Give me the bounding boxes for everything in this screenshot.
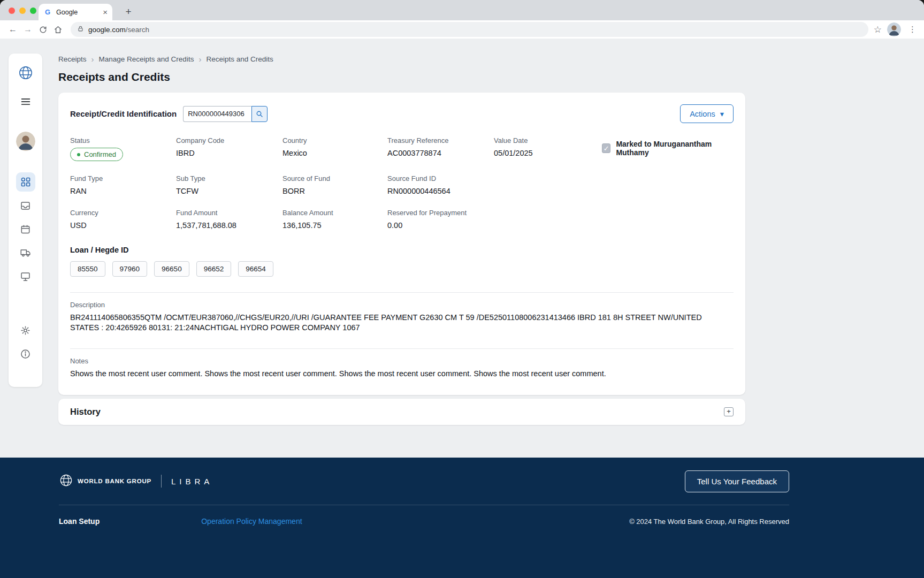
- field-value: RAN: [70, 187, 176, 195]
- browser-profile-avatar[interactable]: [887, 22, 901, 36]
- reload-icon[interactable]: [35, 25, 50, 34]
- inbox-icon[interactable]: [16, 196, 35, 215]
- field-label: Fund Amount: [176, 209, 282, 217]
- field-label: Source of Fund: [282, 174, 387, 182]
- info-icon[interactable]: [16, 344, 35, 363]
- field-row-1: Status Confirmed Company Code IBRD Count…: [70, 136, 734, 161]
- maximize-window-button[interactable]: [30, 7, 36, 14]
- plus-icon: +: [727, 407, 731, 415]
- breadcrumb-item-manage[interactable]: Manage Receipts and Credits: [99, 55, 194, 63]
- section-divider: [70, 348, 734, 349]
- field-fund-amount: Fund Amount 1,537,781,688.08: [176, 209, 282, 230]
- field-label: Country: [282, 136, 387, 144]
- field-reserved-for-prepayment: Reserved for Prepayment 0.00: [387, 209, 494, 230]
- marked-checkbox[interactable]: ✓: [602, 143, 610, 153]
- card-toolbar: Receipt/Credit Identification Actions ▾: [70, 104, 734, 123]
- field-label: Treasury Reference: [387, 136, 494, 144]
- field-balance-amount: Balance Amount 136,105.75: [282, 209, 387, 230]
- field-country: Country Mexico: [282, 136, 387, 161]
- minimize-window-button[interactable]: [19, 7, 26, 14]
- field-value: USD: [70, 221, 176, 230]
- field-source-fund-id: Source Fund ID RN000000446564: [387, 174, 494, 195]
- address-bar[interactable]: google.com/search: [71, 22, 868, 37]
- caret-down-icon: ▾: [720, 110, 724, 118]
- user-avatar[interactable]: [16, 132, 35, 151]
- browser-tab[interactable]: G Google ×: [39, 4, 112, 20]
- bookmark-star-icon[interactable]: ☆: [874, 24, 882, 35]
- board-icon[interactable]: [16, 267, 35, 286]
- history-title: History: [70, 407, 101, 417]
- breadcrumb-item-receipts[interactable]: Receipts: [58, 55, 87, 63]
- section-divider: [70, 292, 734, 293]
- check-icon: ✓: [604, 144, 609, 153]
- field-sub-type: Sub Type TCFW: [176, 174, 282, 195]
- field-value: 0.00: [387, 221, 494, 230]
- field-value: AC0003778874: [387, 149, 494, 157]
- settings-icon[interactable]: [16, 321, 35, 340]
- field-label: Source Fund ID: [387, 174, 494, 182]
- brand-divider: [161, 475, 162, 488]
- receipt-details-card: Receipt/Credit Identification Actions ▾: [58, 93, 745, 395]
- field-currency: Currency USD: [70, 209, 176, 230]
- search-button[interactable]: [251, 106, 268, 122]
- apps-icon[interactable]: [16, 172, 35, 192]
- traffic-lights: [9, 7, 36, 14]
- loan-chip[interactable]: 96650: [154, 261, 189, 277]
- google-favicon-icon: G: [43, 8, 52, 17]
- tab-title: Google: [56, 9, 98, 16]
- marked-checkbox-label: Marked to Muruganantham Muthamy: [616, 140, 734, 157]
- tab-strip: G Google × +: [0, 0, 924, 20]
- history-card: History +: [58, 399, 745, 425]
- footer-column-loan-setup: Loan Setup: [59, 517, 100, 526]
- field-status: Status Confirmed: [70, 136, 176, 161]
- field-label: Value Date: [494, 136, 602, 144]
- field-value: BORR: [282, 187, 387, 195]
- field-value: 05/01/2025: [494, 149, 602, 157]
- browser-chrome: G Google × + ← → google.com/search ☆: [0, 0, 924, 39]
- chevron-separator-icon: ›: [198, 55, 201, 64]
- field-row-2: Fund Type RAN Sub Type TCFW Source of Fu…: [70, 174, 734, 195]
- copyright-text: © 2024 The World Bank Group, All Rights …: [629, 518, 789, 526]
- home-icon[interactable]: [50, 25, 65, 34]
- loan-hedge-id-label: Loan / Hegde ID: [70, 246, 734, 254]
- loan-chip[interactable]: 85550: [70, 261, 105, 277]
- forward-icon[interactable]: →: [20, 25, 35, 34]
- history-expand-button[interactable]: +: [724, 407, 734, 416]
- product-name: LIBRA: [171, 477, 213, 486]
- field-label: Company Code: [176, 136, 282, 144]
- identification-input[interactable]: [183, 106, 251, 122]
- tab-close-icon[interactable]: ×: [103, 7, 108, 17]
- url-text: google.com/search: [88, 26, 149, 34]
- new-tab-button[interactable]: +: [122, 6, 135, 18]
- loan-chip[interactable]: 97960: [112, 261, 148, 277]
- chevron-separator-icon: ›: [91, 55, 94, 64]
- field-value: 136,105.75: [282, 221, 387, 230]
- close-window-button[interactable]: [9, 7, 15, 14]
- breadcrumb: Receipts › Manage Receipts and Credits ›…: [58, 55, 924, 64]
- description-text: BR241114065806355QTM /OCMT/EUR387060,//C…: [70, 313, 728, 333]
- worldbank-globe-icon[interactable]: [16, 63, 35, 82]
- back-icon[interactable]: ←: [5, 25, 20, 34]
- footer: WORLD BANK GROUP LIBRA Tell Us Your Feed…: [0, 458, 924, 578]
- loan-chip[interactable]: 96654: [238, 261, 273, 277]
- sidebar: [9, 54, 42, 387]
- browser-toolbar: ← → google.com/search ☆ ⋮: [0, 20, 924, 39]
- truck-icon[interactable]: [16, 243, 35, 262]
- actions-button[interactable]: Actions ▾: [680, 104, 734, 123]
- feedback-button[interactable]: Tell Us Your Feedback: [685, 470, 789, 492]
- menu-icon[interactable]: [16, 92, 35, 111]
- footer-link-operation-policy[interactable]: Operation Policy Management: [201, 517, 302, 526]
- search-icon: [255, 110, 264, 118]
- footer-bottom: Loan Setup Operation Policy Management ©…: [59, 505, 789, 526]
- page-title: Receipts and Credits: [58, 71, 924, 83]
- status-badge: Confirmed: [70, 148, 123, 161]
- notes-text: Shows the most recent user comment. Show…: [70, 369, 728, 379]
- browser-menu-icon[interactable]: ⋮: [906, 25, 919, 34]
- lock-icon: [77, 25, 84, 34]
- field-label: Reserved for Prepayment: [387, 209, 494, 217]
- calendar-icon[interactable]: [16, 219, 35, 239]
- field-label: Status: [70, 136, 176, 144]
- field-value: Mexico: [282, 149, 387, 157]
- loan-chip[interactable]: 96652: [196, 261, 232, 277]
- field-value: IBRD: [176, 149, 282, 157]
